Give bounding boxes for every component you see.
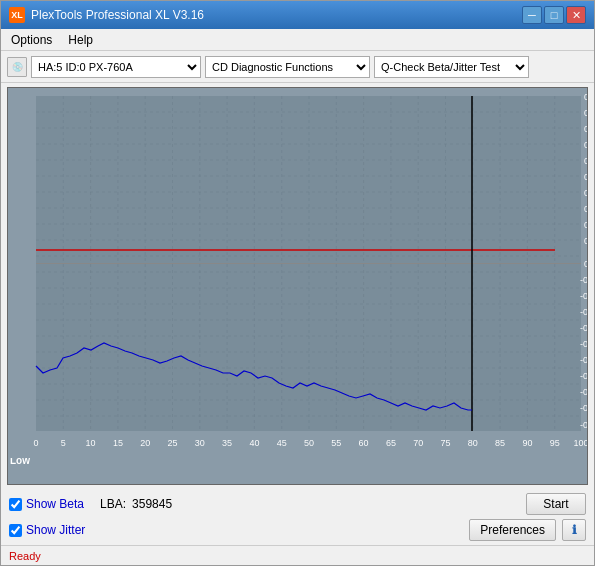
svg-text:-0.45: -0.45	[580, 403, 588, 413]
svg-text:-0.15: -0.15	[580, 307, 588, 317]
svg-text:0.25: 0.25	[584, 172, 588, 182]
svg-text:0.4: 0.4	[584, 124, 588, 134]
preferences-button[interactable]: Preferences	[469, 519, 556, 541]
lba-label: LBA:	[100, 497, 126, 511]
title-bar-left: XL PlexTools Professional XL V3.16	[9, 7, 204, 23]
svg-text:0.15: 0.15	[584, 204, 588, 214]
svg-text:100: 100	[573, 438, 588, 448]
minimize-button[interactable]: ─	[522, 6, 542, 24]
chart-area: High Low	[7, 87, 588, 485]
show-beta-checkbox-label[interactable]: Show Beta	[9, 497, 84, 511]
svg-text:15: 15	[113, 438, 123, 448]
svg-text:-0.25: -0.25	[580, 339, 588, 349]
svg-text:0: 0	[584, 259, 588, 269]
svg-text:25: 25	[167, 438, 177, 448]
svg-text:-0.4: -0.4	[580, 387, 588, 397]
svg-text:0.05: 0.05	[584, 236, 588, 246]
svg-text:90: 90	[522, 438, 532, 448]
app-icon: XL	[9, 7, 25, 23]
svg-text:30: 30	[195, 438, 205, 448]
drive-select[interactable]: HA:5 ID:0 PX-760A	[31, 56, 201, 78]
svg-text:0.3: 0.3	[584, 156, 588, 166]
title-buttons: ─ □ ✕	[522, 6, 586, 24]
svg-text:75: 75	[440, 438, 450, 448]
svg-text:-0.05: -0.05	[580, 275, 588, 285]
svg-text:-0.5: -0.5	[580, 420, 588, 430]
svg-text:0.1: 0.1	[584, 220, 588, 230]
svg-text:0: 0	[33, 438, 38, 448]
toolbar: 💿 HA:5 ID:0 PX-760A CD Diagnostic Functi…	[1, 51, 594, 83]
svg-text:10: 10	[86, 438, 96, 448]
svg-text:65: 65	[386, 438, 396, 448]
svg-text:0.35: 0.35	[584, 140, 588, 150]
status-bar: Ready	[1, 545, 594, 565]
menu-bar: Options Help	[1, 29, 594, 51]
svg-text:85: 85	[495, 438, 505, 448]
bottom-panel: Show Beta LBA: 359845 Start Show Jitter …	[1, 489, 594, 545]
svg-text:0.45: 0.45	[584, 108, 588, 118]
checkboxes-lba: Show Beta LBA: 359845	[9, 497, 172, 511]
svg-text:95: 95	[550, 438, 560, 448]
lba-info: LBA: 359845	[100, 497, 172, 511]
function-select[interactable]: CD Diagnostic Functions	[205, 56, 370, 78]
bottom-row1: Show Beta LBA: 359845 Start	[9, 493, 586, 515]
title-bar: XL PlexTools Professional XL V3.16 ─ □ ✕	[1, 1, 594, 29]
start-button[interactable]: Start	[526, 493, 586, 515]
svg-text:-0.3: -0.3	[580, 355, 588, 365]
chart-svg: 0.5 0.45 0.4 0.35 0.3 0.25 0.2 0.15 0.1 …	[8, 88, 588, 458]
svg-text:40: 40	[249, 438, 259, 448]
svg-text:20: 20	[140, 438, 150, 448]
svg-text:50: 50	[304, 438, 314, 448]
svg-text:45: 45	[277, 438, 287, 448]
info-button[interactable]: ℹ	[562, 519, 586, 541]
svg-text:55: 55	[331, 438, 341, 448]
svg-text:-0.2: -0.2	[580, 323, 588, 333]
svg-text:-0.35: -0.35	[580, 371, 588, 381]
svg-text:0.2: 0.2	[584, 188, 588, 198]
menu-help[interactable]: Help	[62, 31, 99, 49]
svg-text:60: 60	[359, 438, 369, 448]
bottom-row2: Show Jitter Preferences ℹ	[9, 519, 586, 541]
svg-text:35: 35	[222, 438, 232, 448]
drive-icon: 💿	[7, 57, 27, 77]
svg-text:-0.1: -0.1	[580, 291, 588, 301]
status-text: Ready	[9, 550, 41, 562]
svg-text:70: 70	[413, 438, 423, 448]
info-icon: ℹ	[572, 523, 577, 537]
close-button[interactable]: ✕	[566, 6, 586, 24]
lba-value: 359845	[132, 497, 172, 511]
show-beta-checkbox[interactable]	[9, 498, 22, 511]
show-beta-label: Show Beta	[26, 497, 84, 511]
main-window: XL PlexTools Professional XL V3.16 ─ □ ✕…	[0, 0, 595, 566]
test-select[interactable]: Q-Check Beta/Jitter Test	[374, 56, 529, 78]
svg-text:80: 80	[468, 438, 478, 448]
svg-text:0.5: 0.5	[584, 92, 588, 102]
svg-text:5: 5	[61, 438, 66, 448]
show-jitter-checkbox-label[interactable]: Show Jitter	[9, 523, 85, 537]
show-jitter-checkbox[interactable]	[9, 524, 22, 537]
window-title: PlexTools Professional XL V3.16	[31, 8, 204, 22]
menu-options[interactable]: Options	[5, 31, 58, 49]
show-jitter-label: Show Jitter	[26, 523, 85, 537]
maximize-button[interactable]: □	[544, 6, 564, 24]
